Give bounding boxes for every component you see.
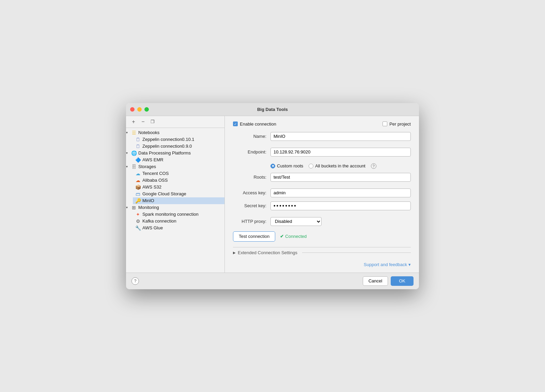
zeppelin-icon-2: 🗒 xyxy=(135,144,141,149)
tree-item-glue[interactable]: 🔧 AWS Glue xyxy=(133,225,224,231)
alibaba-icon: ☁ xyxy=(135,178,141,183)
glue-label: AWS Glue xyxy=(142,225,163,230)
endpoint-row: Endpoint: xyxy=(233,148,411,157)
connected-label: Connected xyxy=(285,234,307,239)
http-proxy-select[interactable]: Disabled System Manual xyxy=(270,217,322,226)
tree-group-monitoring[interactable]: ▾ ⊞ Monitoring xyxy=(126,204,224,211)
access-key-row: Access key: xyxy=(233,189,411,197)
tree-item-spark[interactable]: ✦ Spark monitoring connection xyxy=(133,211,224,218)
monitoring-icon: ⊞ xyxy=(131,205,137,210)
glue-icon: 🔧 xyxy=(135,225,141,231)
connected-status: ✔ Connected xyxy=(280,234,307,239)
alibaba-label: Alibaba OSS xyxy=(142,178,168,183)
tree-group-notebooks[interactable]: ▾ ☰ Notebooks xyxy=(126,129,224,136)
tree-item-gcs[interactable]: 🗃 Google Cloud Storage xyxy=(133,191,224,197)
storages-icon: 🗄 xyxy=(131,164,137,169)
help-icon[interactable]: ? xyxy=(371,163,376,169)
zeppelin1-label: Zeppelin connection0.10.1 xyxy=(142,137,194,142)
right-panel: ✓ Enable connection Per project Name: En… xyxy=(225,116,419,273)
secret-key-input[interactable] xyxy=(270,201,411,210)
radio-selected-icon xyxy=(270,164,275,168)
platforms-icon: 🌐 xyxy=(131,150,137,156)
help-button[interactable]: ? xyxy=(131,277,139,285)
access-key-input[interactable] xyxy=(270,189,411,197)
titlebar: Big Data Tools xyxy=(126,103,419,116)
tree-item-zeppelin1[interactable]: 🗒 Zeppelin connection0.10.1 xyxy=(133,136,224,143)
add-button[interactable]: + xyxy=(129,118,138,126)
sidebar: + − ❐ ▾ ☰ Notebooks 🗒 Zeppelin connectio… xyxy=(126,116,225,273)
maximize-button[interactable] xyxy=(144,107,149,112)
notebooks-children: 🗒 Zeppelin connection0.10.1 🗒 Zeppelin c… xyxy=(126,136,224,150)
data-processing-label: Data Processing Platforms xyxy=(138,150,191,156)
chevron-data-processing: ▾ xyxy=(126,151,129,155)
roots-label: Roots: xyxy=(233,175,270,180)
extended-settings-label: Extended Connection Settings xyxy=(238,250,297,255)
data-processing-children: 🔷 AWS EMR xyxy=(126,157,224,163)
window-title: Big Data Tools xyxy=(257,107,288,112)
test-connection-button[interactable]: Test connection xyxy=(233,231,275,242)
custom-roots-radio[interactable]: Custom roots xyxy=(270,163,303,168)
all-buckets-radio[interactable]: All buckets in the account xyxy=(309,163,365,168)
chevron-notebooks: ▾ xyxy=(126,131,129,134)
s3-label: AWS S32 xyxy=(142,184,161,190)
tree-item-alibaba[interactable]: ☁ Alibaba OSS xyxy=(133,177,224,184)
notebooks-icon: ☰ xyxy=(131,130,137,135)
ok-button[interactable]: OK xyxy=(391,276,414,286)
monitoring-children: ✦ Spark monitoring connection ⚙ Kafka co… xyxy=(126,211,224,231)
tencent-label: Tencent COS xyxy=(142,171,169,176)
endpoint-input[interactable] xyxy=(270,148,411,157)
per-project-checkbox[interactable] xyxy=(383,121,387,126)
roots-row: Roots: xyxy=(233,173,411,182)
emr-icon: 🔷 xyxy=(135,157,141,163)
chevron-monitoring: ▾ xyxy=(126,206,129,209)
tree-group-storages[interactable]: ▾ 🗄 Storages xyxy=(126,163,224,170)
support-label: Support and feedback xyxy=(364,262,407,267)
spark-icon: ✦ xyxy=(135,212,141,217)
kafka-icon: ⚙ xyxy=(135,218,141,224)
custom-roots-label: Custom roots xyxy=(277,163,303,168)
enable-connection-label: Enable connection xyxy=(240,121,276,127)
copy-button[interactable]: ❐ xyxy=(149,118,157,126)
tree-item-kafka[interactable]: ⚙ Kafka connection xyxy=(133,218,224,225)
kafka-label: Kafka connection xyxy=(142,218,176,224)
tree: ▾ ☰ Notebooks 🗒 Zeppelin connection0.10.… xyxy=(126,128,224,273)
secret-key-label: Secret key: xyxy=(233,203,270,208)
sidebar-toolbar: + − ❐ xyxy=(126,116,224,128)
http-proxy-row: HTTP proxy: Disabled System Manual xyxy=(233,217,411,226)
tree-group-data-processing[interactable]: ▾ 🌐 Data Processing Platforms xyxy=(126,150,224,157)
checkbox-checked-icon: ✓ xyxy=(233,121,238,126)
main-window: Big Data Tools + − ❐ ▾ ☰ Notebooks 🗒 xyxy=(126,103,419,289)
per-project-label: Per project xyxy=(389,121,411,127)
remove-button[interactable]: − xyxy=(139,118,147,126)
support-arrow-icon: ▾ xyxy=(408,262,411,267)
per-project-row: Per project xyxy=(383,121,411,127)
spark-label: Spark monitoring connection xyxy=(142,212,199,217)
tree-item-s3[interactable]: 📦 AWS S32 xyxy=(133,184,224,191)
support-link[interactable]: Support and feedback ▾ xyxy=(364,262,411,267)
name-input[interactable] xyxy=(270,132,411,141)
storages-children: ☁ Tencent COS ☁ Alibaba OSS 📦 AWS S32 🗃 … xyxy=(126,170,224,204)
storages-label: Storages xyxy=(138,164,156,169)
tree-item-tencent[interactable]: ☁ Tencent COS xyxy=(133,170,224,177)
tree-item-zeppelin2[interactable]: 🗒 Zeppelin connection0.9.0 xyxy=(133,143,224,150)
http-proxy-label: HTTP proxy: xyxy=(233,219,270,224)
enable-connection-checkbox[interactable]: ✓ Enable connection xyxy=(233,121,276,127)
endpoint-label: Endpoint: xyxy=(233,149,270,154)
bottom-right: Cancel OK xyxy=(363,276,414,286)
support-row: Support and feedback ▾ xyxy=(233,262,411,267)
bottom-bar: ? Cancel OK xyxy=(126,273,419,289)
minio-label: MinIO xyxy=(142,198,154,203)
cancel-button[interactable]: Cancel xyxy=(363,276,388,286)
all-buckets-label: All buckets in the account xyxy=(315,163,365,168)
gcs-label: Google Cloud Storage xyxy=(142,191,186,196)
extended-settings-row[interactable]: ▶ Extended Connection Settings xyxy=(233,247,411,258)
roots-input[interactable] xyxy=(270,173,411,182)
tree-item-minio[interactable]: 🔑 MinIO xyxy=(133,197,224,204)
emr-label: AWS EMR xyxy=(142,157,164,162)
traffic-lights xyxy=(130,107,149,112)
minimize-button[interactable] xyxy=(137,107,142,112)
roots-radio-row: Custom roots All buckets in the account … xyxy=(233,163,411,169)
close-button[interactable] xyxy=(130,107,135,112)
zeppelin-icon-1: 🗒 xyxy=(135,137,141,142)
tree-item-emr[interactable]: 🔷 AWS EMR xyxy=(133,157,224,163)
